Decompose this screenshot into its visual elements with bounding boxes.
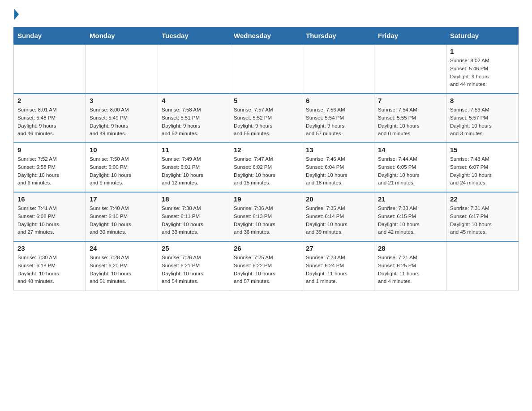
day-info: Sunrise: 7:38 AMSunset: 6:11 PMDaylight:…	[162, 205, 226, 236]
day-number: 18	[162, 195, 226, 203]
day-info: Sunrise: 7:57 AMSunset: 5:52 PMDaylight:…	[234, 106, 298, 138]
day-info: Sunrise: 7:31 AMSunset: 6:17 PMDaylight:…	[450, 205, 515, 236]
weekday-header-tuesday: Tuesday	[158, 27, 230, 45]
day-info: Sunrise: 7:47 AMSunset: 6:02 PMDaylight:…	[234, 155, 298, 187]
calendar-cell: 22Sunrise: 7:31 AMSunset: 6:17 PMDayligh…	[446, 192, 519, 241]
day-info: Sunrise: 7:25 AMSunset: 6:22 PMDaylight:…	[234, 254, 298, 286]
day-info: Sunrise: 7:50 AMSunset: 6:00 PMDaylight:…	[90, 155, 154, 187]
calendar-cell: 18Sunrise: 7:38 AMSunset: 6:11 PMDayligh…	[158, 192, 230, 241]
calendar-cell: 4Sunrise: 7:58 AMSunset: 5:51 PMDaylight…	[158, 94, 230, 143]
page-header	[13, 9, 519, 20]
day-number: 21	[378, 195, 442, 203]
calendar-cell: 8Sunrise: 7:53 AMSunset: 5:57 PMDaylight…	[446, 94, 519, 143]
day-info: Sunrise: 7:54 AMSunset: 5:55 PMDaylight:…	[378, 106, 442, 138]
day-number: 6	[306, 97, 370, 104]
day-info: Sunrise: 7:28 AMSunset: 6:20 PMDaylight:…	[90, 254, 154, 286]
calendar-cell: 3Sunrise: 8:00 AMSunset: 5:49 PMDaylight…	[86, 94, 158, 143]
day-info: Sunrise: 7:40 AMSunset: 6:10 PMDaylight:…	[90, 205, 154, 236]
calendar-cell	[374, 44, 446, 94]
day-number: 26	[234, 244, 298, 252]
calendar-cell: 10Sunrise: 7:50 AMSunset: 6:00 PMDayligh…	[86, 143, 158, 192]
calendar-cell	[86, 44, 158, 94]
day-number: 20	[306, 195, 370, 203]
day-number: 10	[90, 146, 154, 154]
day-number: 27	[306, 244, 370, 252]
day-info: Sunrise: 8:01 AMSunset: 5:48 PMDaylight:…	[17, 106, 82, 138]
day-info: Sunrise: 7:33 AMSunset: 6:15 PMDaylight:…	[378, 205, 442, 236]
day-number: 19	[234, 195, 298, 203]
day-info: Sunrise: 7:44 AMSunset: 6:05 PMDaylight:…	[378, 155, 442, 187]
weekday-header-sunday: Sunday	[14, 27, 86, 45]
weekday-header-wednesday: Wednesday	[230, 27, 302, 45]
day-info: Sunrise: 7:26 AMSunset: 6:21 PMDaylight:…	[162, 254, 226, 286]
day-number: 5	[234, 97, 298, 104]
calendar-cell: 13Sunrise: 7:46 AMSunset: 6:04 PMDayligh…	[302, 143, 374, 192]
calendar-cell: 27Sunrise: 7:23 AMSunset: 6:24 PMDayligh…	[302, 241, 374, 291]
calendar-cell	[302, 44, 374, 94]
day-number: 28	[378, 244, 442, 252]
calendar-cell: 26Sunrise: 7:25 AMSunset: 6:22 PMDayligh…	[230, 241, 302, 291]
calendar-cell: 1Sunrise: 8:02 AMSunset: 5:46 PMDaylight…	[446, 44, 519, 94]
weekday-header-thursday: Thursday	[302, 27, 374, 45]
calendar-week-4: 16Sunrise: 7:41 AMSunset: 6:08 PMDayligh…	[14, 192, 519, 241]
day-number: 24	[90, 244, 154, 252]
calendar-cell: 9Sunrise: 7:52 AMSunset: 5:58 PMDaylight…	[14, 143, 86, 192]
calendar-cell: 12Sunrise: 7:47 AMSunset: 6:02 PMDayligh…	[230, 143, 302, 192]
calendar-cell	[158, 44, 230, 94]
calendar-cell: 14Sunrise: 7:44 AMSunset: 6:05 PMDayligh…	[374, 143, 446, 192]
day-number: 13	[306, 146, 370, 154]
day-number: 15	[450, 146, 515, 154]
day-number: 17	[90, 195, 154, 203]
logo-arrow-icon	[14, 9, 19, 20]
day-info: Sunrise: 7:46 AMSunset: 6:04 PMDaylight:…	[306, 155, 370, 187]
day-info: Sunrise: 7:49 AMSunset: 6:01 PMDaylight:…	[162, 155, 226, 187]
calendar-cell	[14, 44, 86, 94]
calendar-cell: 11Sunrise: 7:49 AMSunset: 6:01 PMDayligh…	[158, 143, 230, 192]
day-number: 7	[378, 97, 442, 104]
day-info: Sunrise: 7:30 AMSunset: 6:18 PMDaylight:…	[17, 254, 82, 286]
day-info: Sunrise: 7:23 AMSunset: 6:24 PMDaylight:…	[306, 254, 370, 286]
day-number: 25	[162, 244, 226, 252]
calendar-cell	[230, 44, 302, 94]
calendar-cell: 15Sunrise: 7:43 AMSunset: 6:07 PMDayligh…	[446, 143, 519, 192]
day-info: Sunrise: 7:43 AMSunset: 6:07 PMDaylight:…	[450, 155, 515, 187]
calendar-cell: 25Sunrise: 7:26 AMSunset: 6:21 PMDayligh…	[158, 241, 230, 291]
day-number: 22	[450, 195, 515, 203]
day-info: Sunrise: 8:02 AMSunset: 5:46 PMDaylight:…	[450, 57, 515, 89]
day-number: 2	[17, 97, 82, 104]
day-info: Sunrise: 7:41 AMSunset: 6:08 PMDaylight:…	[17, 205, 82, 236]
day-info: Sunrise: 7:52 AMSunset: 5:58 PMDaylight:…	[17, 155, 82, 187]
calendar-cell: 6Sunrise: 7:56 AMSunset: 5:54 PMDaylight…	[302, 94, 374, 143]
day-number: 4	[162, 97, 226, 104]
day-number: 14	[378, 146, 442, 154]
calendar-cell: 16Sunrise: 7:41 AMSunset: 6:08 PMDayligh…	[14, 192, 86, 241]
calendar-cell: 19Sunrise: 7:36 AMSunset: 6:13 PMDayligh…	[230, 192, 302, 241]
day-info: Sunrise: 7:36 AMSunset: 6:13 PMDaylight:…	[234, 205, 298, 236]
calendar-cell: 17Sunrise: 7:40 AMSunset: 6:10 PMDayligh…	[86, 192, 158, 241]
calendar-cell: 5Sunrise: 7:57 AMSunset: 5:52 PMDaylight…	[230, 94, 302, 143]
day-info: Sunrise: 8:00 AMSunset: 5:49 PMDaylight:…	[90, 106, 154, 138]
calendar-cell: 21Sunrise: 7:33 AMSunset: 6:15 PMDayligh…	[374, 192, 446, 241]
calendar-week-1: 1Sunrise: 8:02 AMSunset: 5:46 PMDaylight…	[14, 44, 519, 94]
calendar-cell: 24Sunrise: 7:28 AMSunset: 6:20 PMDayligh…	[86, 241, 158, 291]
day-number: 1	[450, 47, 515, 55]
day-info: Sunrise: 7:58 AMSunset: 5:51 PMDaylight:…	[162, 106, 226, 138]
day-number: 8	[450, 97, 515, 104]
calendar-week-3: 9Sunrise: 7:52 AMSunset: 5:58 PMDaylight…	[14, 143, 519, 192]
weekday-header-monday: Monday	[86, 27, 158, 45]
day-number: 11	[162, 146, 226, 154]
day-number: 9	[17, 146, 82, 154]
weekday-header-saturday: Saturday	[446, 27, 519, 45]
day-number: 12	[234, 146, 298, 154]
calendar-table: SundayMondayTuesdayWednesdayThursdayFrid…	[13, 27, 519, 291]
calendar-cell: 2Sunrise: 8:01 AMSunset: 5:48 PMDaylight…	[14, 94, 86, 143]
calendar-cell: 20Sunrise: 7:35 AMSunset: 6:14 PMDayligh…	[302, 192, 374, 241]
calendar-cell: 7Sunrise: 7:54 AMSunset: 5:55 PMDaylight…	[374, 94, 446, 143]
day-info: Sunrise: 7:56 AMSunset: 5:54 PMDaylight:…	[306, 106, 370, 138]
day-info: Sunrise: 7:53 AMSunset: 5:57 PMDaylight:…	[450, 106, 515, 138]
day-number: 16	[17, 195, 82, 203]
day-info: Sunrise: 7:35 AMSunset: 6:14 PMDaylight:…	[306, 205, 370, 236]
calendar-cell: 28Sunrise: 7:21 AMSunset: 6:25 PMDayligh…	[374, 241, 446, 291]
day-number: 3	[90, 97, 154, 104]
weekday-header-row: SundayMondayTuesdayWednesdayThursdayFrid…	[14, 27, 519, 45]
